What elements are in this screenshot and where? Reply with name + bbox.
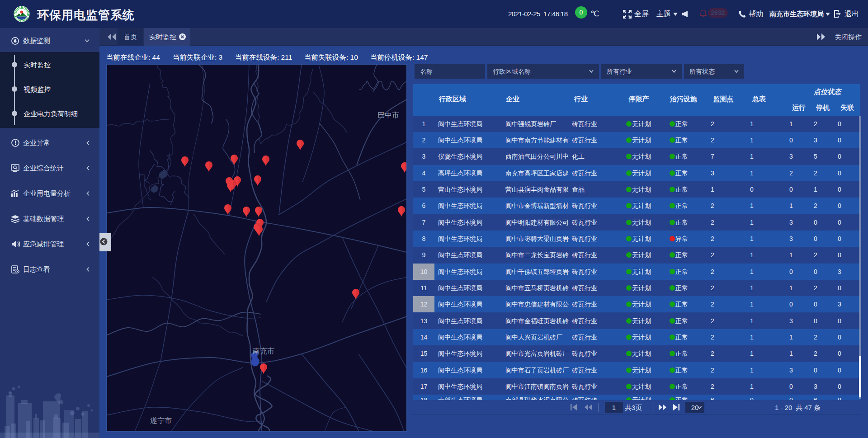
svg-text:南充市: 南充市 [253,347,274,355]
svg-text:遂宁市: 遂宁市 [150,417,172,424]
svg-text:巴中市: 巴中市 [377,111,399,119]
